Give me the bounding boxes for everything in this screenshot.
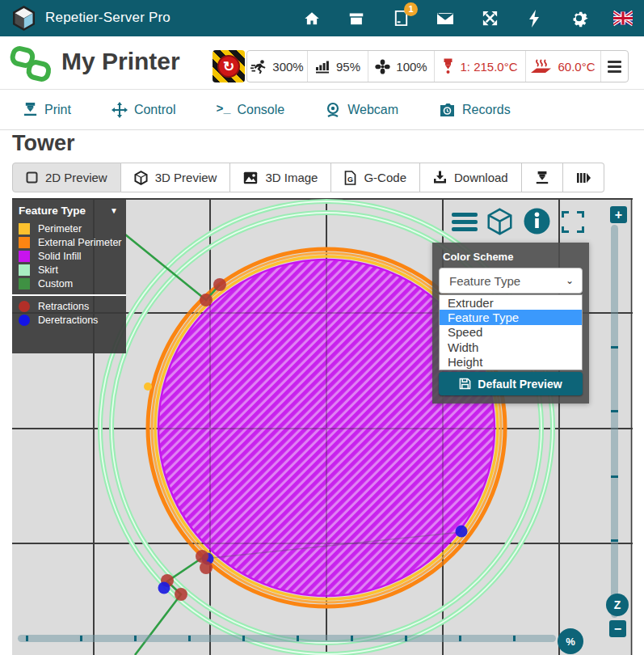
view-gcode-button[interactable]: G G-Code [331, 163, 420, 192]
mail-icon[interactable] [436, 9, 455, 28]
language-flag-icon[interactable] [613, 9, 633, 28]
save-icon [459, 378, 471, 390]
speed-value: 300% [272, 60, 303, 74]
retractions-marker [19, 301, 30, 312]
legend-item: Custom [12, 277, 126, 291]
emergency-stop-icon: ↻ [217, 55, 240, 78]
download-icon [433, 171, 447, 184]
extruder-temp-value: 1: 215.0°C [460, 60, 517, 74]
download-button[interactable]: Download [420, 163, 522, 192]
solid-infill-swatch [19, 251, 30, 262]
legend-label: Retractions [38, 301, 89, 312]
zoom-out-button[interactable]: − [609, 620, 626, 637]
flow-value: 95% [336, 60, 360, 74]
zoom-in-button[interactable]: + [610, 206, 627, 223]
queue-count-badge: 1 [404, 2, 418, 16]
tab-label: Control [134, 103, 176, 117]
gcode-2d-preview-canvas[interactable]: Feature Type ▼ Perimeter External Perime… [12, 198, 633, 655]
square-2d-icon [26, 171, 38, 184]
settings-gear-icon[interactable] [569, 9, 588, 28]
tab-control[interactable]: Control [112, 102, 176, 118]
printer-tabs: Print Control >_ Console Webcam Records [0, 90, 644, 130]
cube-3d-icon [134, 171, 148, 185]
skirt-swatch [19, 264, 30, 276]
image-icon [243, 171, 258, 184]
gcode-file-icon: G [344, 171, 356, 185]
view-2d-preview-button[interactable]: 2D Preview [12, 163, 121, 192]
default-preview-label: Default Preview [478, 378, 562, 391]
view-button-label: G-Code [364, 171, 406, 184]
fan-setting[interactable]: 100% [368, 51, 435, 82]
view-3d-preview-button[interactable]: 3D Preview [121, 163, 231, 192]
archive-icon[interactable] [347, 9, 366, 28]
fullscreen-brackets-icon [562, 211, 584, 233]
legend-header[interactable]: Feature Type ▼ [12, 198, 126, 222]
bed-temp[interactable]: 60.0°C [526, 51, 601, 82]
tab-label: Webcam [347, 103, 398, 117]
legend-item: Skirt [12, 264, 126, 277]
printer-link-icon[interactable] [10, 44, 52, 87]
layer-animation-button[interactable] [563, 163, 604, 192]
legend-label: External Perimeter [38, 237, 122, 248]
color-scheme-select[interactable]: Feature Type ⌄ [439, 268, 583, 294]
option-width[interactable]: Width [440, 340, 582, 354]
option-extruder[interactable]: Extruder [440, 295, 582, 310]
top-navbar: Repetier-Server Pro 1 [0, 0, 644, 36]
fan-icon [375, 59, 390, 74]
option-height[interactable]: Height [440, 355, 582, 370]
preview-menu-button[interactable] [451, 210, 478, 233]
preview-info-button[interactable] [523, 207, 550, 235]
vertical-zoom-slider[interactable] [611, 225, 618, 618]
preview-fullscreen-button[interactable] [561, 210, 585, 234]
menu-icon [608, 61, 621, 73]
tab-records[interactable]: Records [439, 103, 511, 117]
print-file-button[interactable] [522, 163, 563, 192]
move-arrows-icon [112, 102, 128, 118]
bed-temp-icon [531, 59, 552, 74]
default-preview-button[interactable]: Default Preview [439, 372, 583, 395]
legend-divider [12, 294, 126, 296]
legend-item: Perimeter [12, 222, 126, 235]
print-queue-icon[interactable]: 1 [391, 9, 410, 28]
z-axis-button[interactable]: Z [606, 594, 629, 616]
svg-text:G: G [347, 175, 353, 183]
gcode-file-title: Tower [12, 131, 75, 156]
bed-temp-value: 60.0°C [558, 60, 595, 74]
color-scheme-panel: Color Scheme Feature Type ⌄ Extruder Fea… [432, 243, 589, 404]
legend-title: Feature Type [19, 205, 86, 217]
cube-wireframe-icon [486, 208, 513, 235]
horizontal-layer-slider[interactable] [18, 635, 556, 642]
deretractions-marker [19, 315, 30, 326]
print-nozzle-icon [535, 171, 549, 185]
home-icon[interactable] [302, 9, 322, 28]
legend-label: Custom [38, 278, 73, 289]
chevron-down-icon: ▼ [110, 206, 118, 215]
fullscreen-arrows-icon[interactable] [480, 9, 499, 28]
tab-console[interactable]: >_ Console [216, 103, 284, 117]
option-speed[interactable]: Speed [440, 325, 582, 340]
speed-setting[interactable]: 300% [247, 51, 308, 82]
option-feature-type[interactable]: Feature Type [440, 310, 582, 324]
view-3d-image-button[interactable]: 3D Image [230, 163, 331, 192]
repetier-logo-icon[interactable] [11, 5, 37, 35]
flow-setting[interactable]: 95% [308, 51, 368, 82]
preview-3d-toggle-button[interactable] [486, 208, 513, 235]
extruder-temp[interactable]: 1: 215.0°C [435, 51, 526, 82]
view-mode-buttons: 2D Preview 3D Preview 3D Image G G-Code … [12, 163, 604, 192]
color-scheme-dropdown: Extruder Feature Type Speed Width Height [439, 294, 583, 370]
view-button-label: 2D Preview [45, 171, 107, 184]
view-button-label: Download [454, 171, 508, 184]
tab-print[interactable]: Print [23, 102, 71, 117]
custom-swatch [19, 278, 30, 289]
percent-mode-button[interactable]: % [558, 628, 583, 654]
power-bolt-icon[interactable] [524, 9, 544, 28]
printer-stats-bar: 300% 95% 100% 1: 215.0°C 60.0°C [246, 50, 629, 82]
legend-item: Retractions [12, 299, 126, 313]
console-prompt-icon: >_ [216, 103, 230, 116]
printer-menu-button[interactable] [601, 51, 628, 82]
legend-item: Solid Infill [12, 249, 126, 263]
tab-webcam[interactable]: Webcam [325, 102, 398, 118]
emergency-stop-button[interactable]: ↻ [213, 50, 245, 82]
legend-item: Deretractions [12, 313, 126, 327]
legend-item: External Perimeter [12, 235, 126, 249]
